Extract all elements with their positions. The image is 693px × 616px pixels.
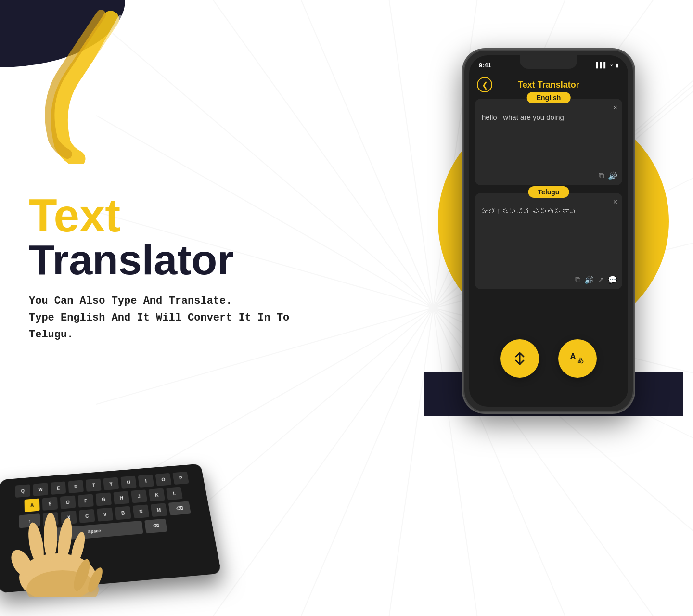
key-w[interactable]: W <box>33 483 48 496</box>
key-r[interactable]: R <box>68 480 84 493</box>
phone-screen: 9:41 ▌▌▌ ⚬ ▮ ❮ Text Translator English ×… <box>469 55 628 407</box>
svg-line-6 <box>385 0 433 308</box>
phone-mockup-area: 9:41 ▌▌▌ ⚬ ▮ ❮ Text Translator English ×… <box>452 29 654 462</box>
speak-icon-source[interactable]: 🔊 <box>608 171 617 180</box>
key-y[interactable]: Y <box>103 477 119 490</box>
copy-icon-source[interactable]: ⧉ <box>599 171 604 180</box>
copy-icon-target[interactable]: ⧉ <box>575 275 580 284</box>
key-enter[interactable]: ⌫ <box>144 519 167 534</box>
key-t[interactable]: T <box>86 478 102 492</box>
source-translation-box: English × hello ! what are you doing ⧉ 🔊 <box>475 99 622 185</box>
app-title-text: Text <box>29 192 294 239</box>
svg-text:A: A <box>570 352 576 361</box>
svg-line-18 <box>385 308 433 616</box>
source-box-actions: ⧉ 🔊 <box>599 171 617 180</box>
translate-button[interactable]: A あ <box>558 339 597 378</box>
swap-languages-button[interactable] <box>500 339 539 378</box>
key-j[interactable]: J <box>131 489 147 503</box>
key-q[interactable]: Q <box>15 484 30 498</box>
source-close-button[interactable]: × <box>613 103 617 112</box>
speak-icon-target[interactable]: 🔊 <box>584 275 594 284</box>
svg-text:あ: あ <box>578 357 584 364</box>
key-l[interactable]: L <box>166 487 183 500</box>
tagline-line1: You Can Also Type And Translate. <box>29 293 294 309</box>
app-header-title: Text Translator <box>518 80 579 90</box>
left-content-area: Text Translator You Can Also Type And Tr… <box>29 192 294 344</box>
svg-point-31 <box>44 513 57 561</box>
app-title-translator: Translator <box>29 239 294 281</box>
key-o[interactable]: O <box>155 473 171 486</box>
key-m[interactable]: M <box>151 503 167 517</box>
svg-line-16 <box>192 308 433 616</box>
back-button[interactable]: ❮ <box>477 77 492 92</box>
key-backspace[interactable]: ⌫ <box>168 501 191 515</box>
key-k[interactable]: K <box>149 488 165 501</box>
tagline-line2: Type English And It Will Convert It In T… <box>29 309 294 343</box>
keyboard-illustration: Q W E R T Y U I O P A S D F G H J K L ↑ … <box>0 452 217 597</box>
key-n[interactable]: N <box>133 504 150 518</box>
target-text: హలో ! నువ్వేమి చేస్తున్నావు <box>482 206 616 217</box>
key-u[interactable]: U <box>120 476 136 489</box>
share-icon-target[interactable]: ↗ <box>598 275 604 284</box>
battery-icon: ▮ <box>616 62 618 68</box>
target-lang-badge[interactable]: Telugu <box>528 186 569 198</box>
key-e[interactable]: E <box>51 481 66 495</box>
source-lang-badge[interactable]: English <box>527 92 571 103</box>
hand-illustration <box>0 500 120 597</box>
target-box-actions: ⧉ 🔊 ↗ 💬 <box>575 275 617 284</box>
target-close-button[interactable]: × <box>613 198 617 206</box>
status-time: 9:41 <box>479 62 491 69</box>
target-translation-box: Telugu × హలో ! నువ్వేమి చేస్తున్నావు ⧉ 🔊… <box>475 193 622 289</box>
status-icons: ▌▌▌ ⚬ ▮ <box>596 62 618 68</box>
signal-icon: ▌▌▌ <box>596 62 607 68</box>
whatsapp-icon-target[interactable]: 💬 <box>608 275 617 284</box>
phone-notch <box>520 55 578 69</box>
tagline: You Can Also Type And Translate. Type En… <box>29 293 294 344</box>
translate-icon: A あ <box>568 350 587 367</box>
source-text: hello ! what are you doing <box>482 112 616 122</box>
wifi-icon: ⚬ <box>609 62 614 68</box>
phone-bottom-buttons: A あ <box>469 339 628 378</box>
phone-frame: 9:41 ▌▌▌ ⚬ ▮ ❮ Text Translator English ×… <box>462 48 635 414</box>
back-icon: ❮ <box>482 80 488 90</box>
key-i[interactable]: I <box>138 475 154 488</box>
swoosh-decoration <box>24 10 130 164</box>
swap-icon <box>511 350 528 367</box>
key-p[interactable]: P <box>172 472 189 485</box>
